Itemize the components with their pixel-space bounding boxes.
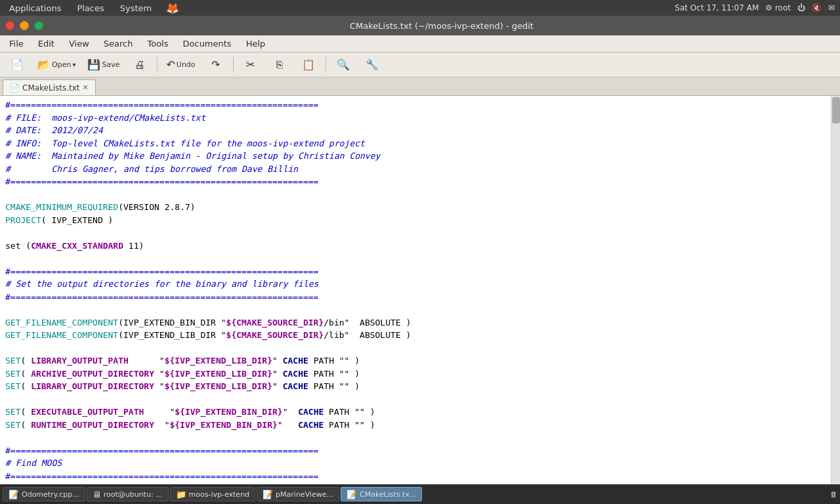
new-button[interactable]: 📄 bbox=[4, 54, 30, 75]
cut-icon: ✂ bbox=[246, 60, 255, 70]
open-button[interactable]: 📂 Open ▾ bbox=[33, 54, 80, 75]
toolbar-separator-1 bbox=[157, 57, 158, 73]
taskbar-pmarine-icon: 📝 bbox=[262, 490, 273, 499]
save-label: Save bbox=[102, 60, 119, 69]
help-menu[interactable]: Help bbox=[240, 37, 272, 51]
taskbar-odometry-icon: 📝 bbox=[9, 490, 19, 499]
taskbar-item-terminal[interactable]: 🖥 root@ubuntu: ... bbox=[87, 487, 169, 501]
taskbar: 📝 Odometry.cpp... 🖥 root@ubuntu: ... 📁 m… bbox=[0, 484, 840, 504]
search-menu[interactable]: Search bbox=[97, 37, 140, 51]
taskbar-pmarine-label: pMarineViewe... bbox=[276, 490, 333, 499]
taskbar-item-filemanager[interactable]: 📁 moos-ivp-extend bbox=[170, 487, 256, 501]
toolbar-separator-3 bbox=[326, 57, 326, 73]
redo-icon: ↷ bbox=[211, 60, 220, 70]
save-button[interactable]: 💾 Save bbox=[83, 54, 124, 75]
print-icon: 🖨 bbox=[135, 60, 145, 70]
taskbar-cmake-label: CMakeLists.tx... bbox=[360, 490, 416, 499]
window-title-bar: CMakeLists.txt (~/moos-ivp-extend) - ged… bbox=[0, 16, 840, 35]
volume-icon[interactable]: 🔇 bbox=[812, 3, 822, 12]
tools-extra-button[interactable]: 🔧 bbox=[359, 54, 385, 75]
redo-button[interactable]: ↷ bbox=[203, 54, 229, 75]
tab-label: CMakeLists.txt bbox=[22, 83, 80, 93]
taskbar-notification-area: 🗑 bbox=[830, 490, 837, 499]
new-icon: 📄 bbox=[10, 60, 24, 70]
editor-container: #=======================================… bbox=[0, 96, 840, 484]
datetime-display: Sat Oct 17, 11:07 AM bbox=[675, 3, 759, 12]
open-icon: 📂 bbox=[37, 60, 51, 70]
user-display: ⚙ root bbox=[765, 3, 791, 12]
open-label: Open bbox=[52, 60, 71, 69]
undo-button[interactable]: ↶ Undo bbox=[161, 54, 200, 75]
file-menu[interactable]: File bbox=[3, 37, 30, 51]
scrollbar-thumb[interactable] bbox=[832, 97, 840, 123]
view-menu[interactable]: View bbox=[62, 37, 96, 51]
taskbar-filemanager-label: moos-ivp-extend bbox=[189, 490, 250, 499]
firefox-icon[interactable]: 🦊 bbox=[166, 2, 179, 14]
app-menu-bar: File Edit View Search Tools Documents He… bbox=[0, 35, 840, 52]
edit-menu[interactable]: Edit bbox=[32, 37, 61, 51]
taskbar-odometry-label: Odometry.cpp... bbox=[22, 490, 79, 499]
tab-file-icon: 📄 bbox=[10, 83, 20, 93]
print-button[interactable]: 🖨 bbox=[127, 54, 153, 75]
save-icon: 💾 bbox=[87, 60, 100, 70]
window-minimize-button[interactable] bbox=[20, 21, 29, 30]
system-menu-bar: Applications Places System 🦊 Sat Oct 17,… bbox=[0, 0, 840, 16]
trash-icon[interactable]: 🗑 bbox=[830, 490, 837, 499]
system-menu[interactable]: System bbox=[116, 2, 156, 14]
window-maximize-button[interactable] bbox=[34, 21, 43, 30]
open-dropdown-arrow[interactable]: ▾ bbox=[72, 61, 75, 68]
cut-button[interactable]: ✂ bbox=[238, 54, 264, 75]
window-close-button[interactable] bbox=[5, 21, 14, 30]
documents-menu[interactable]: Documents bbox=[177, 37, 238, 51]
mail-icon[interactable]: ✉ bbox=[828, 3, 835, 12]
find-button[interactable]: 🔍 bbox=[330, 54, 356, 75]
taskbar-item-odometry[interactable]: 📝 Odometry.cpp... bbox=[3, 487, 85, 501]
tools-extra-icon: 🔧 bbox=[366, 60, 379, 70]
editor-area[interactable]: #=======================================… bbox=[0, 96, 831, 484]
taskbar-terminal-label: root@ubuntu: ... bbox=[104, 490, 163, 499]
taskbar-item-cmake[interactable]: 📝 CMakeLists.tx... bbox=[341, 487, 422, 501]
undo-icon: ↶ bbox=[166, 60, 175, 70]
copy-button[interactable]: ⎘ bbox=[266, 54, 293, 75]
undo-label: Undo bbox=[177, 60, 196, 69]
power-icon[interactable]: ⏻ bbox=[797, 3, 805, 12]
places-menu[interactable]: Places bbox=[73, 2, 108, 14]
taskbar-item-pmarine[interactable]: 📝 pMarineViewe... bbox=[257, 487, 339, 501]
taskbar-filemanager-icon: 📁 bbox=[176, 490, 186, 499]
editor-toolbar: 📄 📂 Open ▾ 💾 Save 🖨 ↶ Undo ↷ ✂ ⎘ 📋 🔍 🔧 bbox=[0, 52, 840, 77]
copy-icon: ⎘ bbox=[276, 60, 283, 70]
tab-close-button[interactable]: ✕ bbox=[83, 83, 89, 92]
tabs-bar: 📄 CMakeLists.txt ✕ bbox=[0, 77, 840, 96]
paste-button[interactable]: 📋 bbox=[295, 54, 322, 75]
taskbar-terminal-icon: 🖥 bbox=[93, 490, 101, 499]
find-icon: 🔍 bbox=[337, 60, 350, 70]
applications-menu[interactable]: Applications bbox=[5, 2, 65, 14]
toolbar-separator-2 bbox=[233, 57, 234, 73]
paste-icon: 📋 bbox=[302, 60, 315, 70]
tools-menu[interactable]: Tools bbox=[140, 37, 175, 51]
taskbar-cmake-icon: 📝 bbox=[346, 490, 357, 499]
tab-cmakeliststxt[interactable]: 📄 CMakeLists.txt ✕ bbox=[3, 79, 96, 95]
vertical-scrollbar[interactable] bbox=[831, 96, 840, 484]
window-title: CMakeLists.txt (~/moos-ivp-extend) - ged… bbox=[49, 21, 835, 31]
